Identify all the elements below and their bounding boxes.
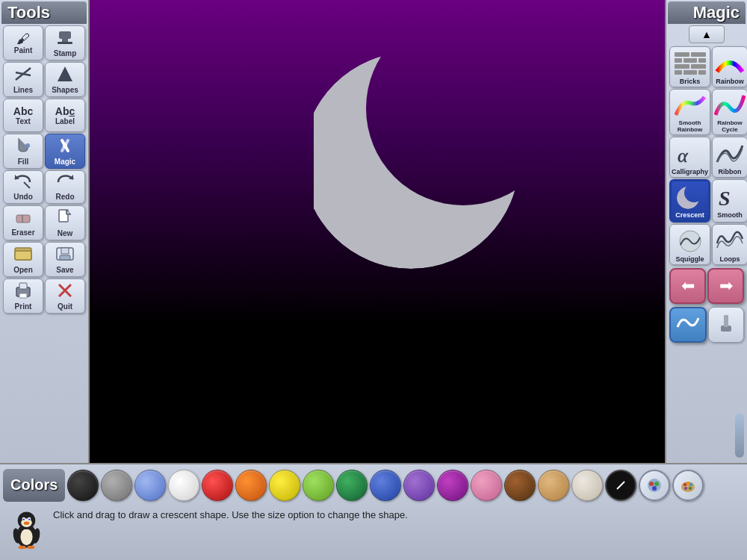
rainbow-icon (714, 49, 746, 78)
lines-icon (14, 65, 32, 85)
color-blue-light[interactable] (134, 470, 166, 501)
magic-smooth-rainbow[interactable]: Smooth Rainbow (669, 89, 710, 135)
quit-icon (56, 281, 74, 302)
rainbow-label: Rainbow (716, 78, 744, 85)
bricks-label: Bricks (680, 78, 701, 85)
tool-fill[interactable]: Fill (3, 134, 43, 169)
tool-undo[interactable]: Undo (3, 170, 43, 204)
open-label: Open (13, 266, 33, 274)
color-blue-medium[interactable] (370, 470, 401, 501)
magic-rainbow[interactable]: Rainbow (712, 46, 747, 87)
loops-label: Loops (720, 255, 740, 263)
svg-point-45 (677, 187, 699, 209)
magic-squiggle[interactable]: Squiggle (669, 224, 710, 265)
magic-paint-small-button[interactable] (708, 307, 744, 343)
color-green[interactable] (336, 470, 368, 501)
svg-rect-34 (675, 58, 682, 63)
status-row: Click and drag to draw a crescent shape.… (0, 505, 747, 560)
magic-ribbon[interactable]: Ribbon (712, 137, 747, 178)
svg-point-70 (19, 546, 26, 549)
magic-scroll-area (668, 344, 746, 461)
color-black[interactable] (67, 470, 99, 501)
fill-icon (14, 137, 32, 157)
svg-point-59 (689, 487, 692, 490)
fill-label: Fill (18, 158, 28, 166)
palette-button[interactable] (672, 470, 704, 501)
tool-print[interactable]: Print (3, 279, 43, 314)
tools-title: Tools (1, 1, 87, 24)
color-picker-button[interactable] (639, 470, 670, 501)
next-arrow-icon: ➡ (719, 276, 733, 296)
save-icon (55, 245, 75, 265)
color-pink[interactable] (471, 470, 502, 501)
svg-text:S: S (719, 187, 731, 210)
tool-lines[interactable]: Lines (3, 62, 43, 97)
color-purple-light[interactable] (403, 470, 435, 501)
crescent-icon (675, 183, 706, 211)
tool-shapes[interactable]: Shapes (45, 62, 85, 97)
color-green-light[interactable] (303, 470, 334, 501)
magic-scroll-up[interactable]: ▲ (689, 25, 725, 43)
new-icon (56, 208, 74, 228)
redo-icon (55, 173, 75, 192)
paint-label: Paint (14, 46, 32, 55)
tool-paint[interactable]: 🖌 Paint (3, 25, 43, 60)
magic-bricks[interactable]: Bricks (669, 46, 710, 87)
text-label: Text (16, 117, 31, 125)
svg-rect-36 (698, 58, 706, 63)
drawing-canvas[interactable] (90, 0, 665, 463)
color-tan[interactable] (538, 470, 569, 501)
color-yellow[interactable] (269, 470, 300, 501)
stamp-icon (56, 28, 74, 49)
color-purple[interactable] (437, 470, 468, 501)
tool-redo[interactable]: Redo (45, 170, 85, 204)
color-white[interactable] (168, 470, 199, 501)
eraser-color-button[interactable] (605, 470, 636, 501)
tool-label[interactable]: Abc Label (45, 99, 85, 132)
svg-rect-32 (675, 52, 689, 57)
color-red[interactable] (202, 470, 233, 501)
squiggle-label: Squiggle (676, 255, 704, 263)
svg-point-52 (649, 482, 654, 486)
svg-rect-37 (675, 64, 689, 69)
magic-rainbow-cycle[interactable]: Rainbow Cycle (712, 89, 747, 135)
svg-point-31 (314, 52, 519, 269)
moon-shape (314, 11, 538, 295)
colors-row: Colors (0, 464, 747, 505)
svg-point-71 (27, 546, 34, 549)
tool-text[interactable]: Abc Text (3, 99, 43, 132)
svg-marker-5 (58, 66, 72, 81)
tool-magic[interactable]: Magic (45, 134, 85, 169)
print-label: Print (15, 302, 32, 311)
tool-new[interactable]: New (45, 205, 85, 240)
lines-label: Lines (13, 86, 33, 94)
loops-icon (714, 227, 746, 255)
tool-open[interactable]: Open (3, 242, 43, 277)
magic-loops[interactable]: Loops (712, 224, 747, 265)
magic-prev-button[interactable]: ⬅ (669, 268, 706, 304)
canvas-area[interactable] (90, 0, 665, 463)
undo-icon (13, 173, 33, 192)
label-icon: Abc (55, 106, 75, 116)
magic-squiggle-draw-button[interactable] (669, 307, 707, 343)
tool-eraser[interactable]: Eraser (3, 205, 43, 240)
new-label: New (58, 229, 73, 237)
color-orange[interactable] (235, 470, 267, 501)
svg-marker-16 (66, 210, 71, 214)
color-gray[interactable] (101, 470, 132, 501)
svg-point-9 (63, 143, 67, 148)
magic-calligraphy[interactable]: α Calligraphy (669, 137, 710, 178)
tool-stamp[interactable]: Stamp (45, 25, 85, 60)
color-brown[interactable] (504, 470, 536, 501)
magic-scrollbar[interactable] (735, 413, 744, 458)
tool-save[interactable]: Save (45, 242, 85, 277)
magic-crescent[interactable]: Crescent (669, 179, 710, 223)
svg-rect-49 (724, 315, 728, 327)
color-light-gray[interactable] (571, 470, 603, 501)
open-icon (13, 245, 33, 265)
magic-icon (56, 137, 74, 157)
magic-next-button[interactable]: ➡ (707, 268, 744, 304)
magic-smooth[interactable]: S Smooth (712, 179, 747, 223)
tool-quit[interactable]: Quit (45, 279, 85, 314)
squiggle-icon (675, 227, 706, 255)
